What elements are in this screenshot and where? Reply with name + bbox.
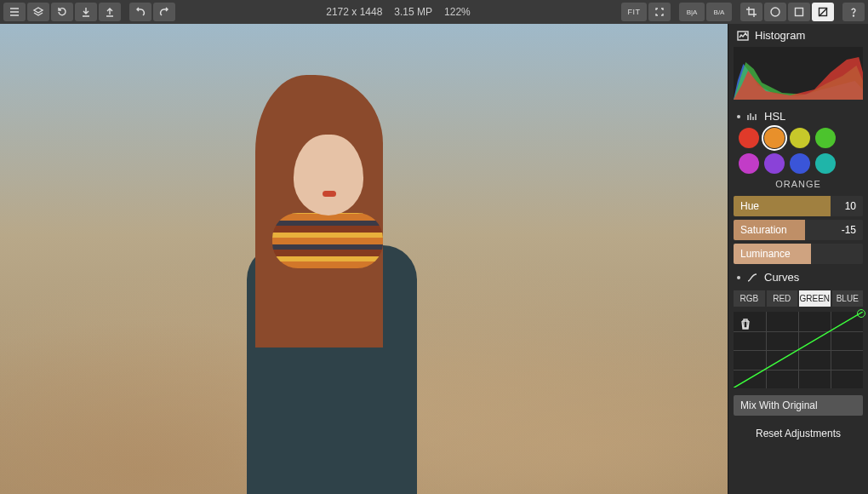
history-icon[interactable]	[51, 3, 73, 21]
hsl-selected-color: ORANGE	[728, 179, 868, 194]
help-icon[interactable]	[842, 3, 865, 21]
svg-point-0	[771, 8, 779, 16]
histogram-header[interactable]: Histogram	[728, 24, 868, 45]
hsl-title: HSL	[764, 110, 785, 123]
image-megapixels: 3.15 MP	[394, 6, 432, 18]
hsl-swatch-green[interactable]	[815, 128, 836, 148]
split-view-button[interactable]: B/A	[706, 3, 732, 21]
saturation-slider-value: -15	[842, 224, 856, 236]
adjustments-panel: Histogram HSL ORANGE Hue 10 Saturation -…	[728, 24, 868, 494]
curves-icon	[746, 273, 758, 283]
image-canvas[interactable]	[0, 24, 728, 494]
reset-adjustments-button[interactable]: Reset Adjustments	[728, 421, 868, 446]
hsl-swatch-purple[interactable]	[764, 153, 785, 174]
saturation-slider-label: Saturation	[740, 224, 787, 236]
curves-tab-rgb[interactable]: RGB	[734, 290, 765, 307]
adjustments-icon[interactable]	[812, 3, 834, 21]
curves-editor[interactable]	[734, 312, 863, 388]
square-tool-icon[interactable]	[788, 3, 810, 21]
histogram-icon	[737, 31, 749, 41]
delete-curve-icon[interactable]	[737, 315, 754, 332]
hsl-swatch-magenta[interactable]	[739, 153, 759, 174]
hsl-swatch-orange[interactable]	[764, 128, 785, 148]
hsl-swatch-red[interactable]	[739, 128, 759, 148]
luminance-slider-label: Luminance	[740, 248, 791, 260]
svg-rect-1	[796, 9, 803, 16]
curves-title: Curves	[764, 271, 799, 284]
hsl-icon	[746, 112, 758, 122]
fullscreen-icon[interactable]	[648, 3, 671, 21]
curves-header[interactable]: Curves	[728, 266, 868, 287]
curves-channel-tabs: RGB RED GREEN BLUE	[728, 287, 868, 310]
hue-slider-value: 10	[845, 200, 856, 212]
undo-icon[interactable]	[129, 3, 151, 21]
layers-icon[interactable]	[27, 3, 49, 21]
hsl-color-swatches	[728, 126, 868, 179]
hsl-header[interactable]: HSL	[728, 105, 868, 126]
zoom-level: 122%	[444, 6, 471, 18]
curves-tab-blue[interactable]: BLUE	[832, 290, 864, 307]
histogram-graph[interactable]	[734, 47, 863, 100]
before-after-button[interactable]: B|A	[679, 3, 705, 21]
curve-control-point[interactable]	[857, 309, 865, 318]
hue-slider-label: Hue	[740, 200, 759, 212]
toolbar: 2172 x 1448 3.15 MP 122% FIT B|A B/A	[0, 0, 868, 24]
saturation-slider[interactable]: Saturation -15	[734, 220, 863, 240]
share-icon[interactable]	[99, 3, 121, 21]
mix-with-original-button[interactable]: Mix With Original	[734, 395, 863, 416]
hsl-swatch-blue[interactable]	[790, 153, 810, 174]
circle-tool-icon[interactable]	[764, 3, 786, 21]
svg-point-3	[854, 15, 854, 16]
edited-photo	[0, 24, 728, 494]
crop-icon[interactable]	[740, 3, 762, 21]
luminance-slider[interactable]: Luminance	[734, 244, 863, 264]
curves-tab-red[interactable]: RED	[767, 290, 798, 307]
menu-icon[interactable]	[3, 3, 26, 21]
fit-button[interactable]: FIT	[621, 3, 647, 21]
curves-tab-green[interactable]: GREEN	[799, 290, 831, 307]
hue-slider[interactable]: Hue 10	[734, 196, 863, 216]
redo-icon[interactable]	[153, 3, 175, 21]
hsl-swatch-yellow[interactable]	[790, 128, 810, 148]
image-status: 2172 x 1448 3.15 MP 122%	[326, 6, 470, 18]
image-dimensions: 2172 x 1448	[326, 6, 382, 18]
hsl-swatch-aqua[interactable]	[815, 153, 836, 174]
download-icon[interactable]	[75, 3, 97, 21]
histogram-title: Histogram	[755, 29, 805, 42]
